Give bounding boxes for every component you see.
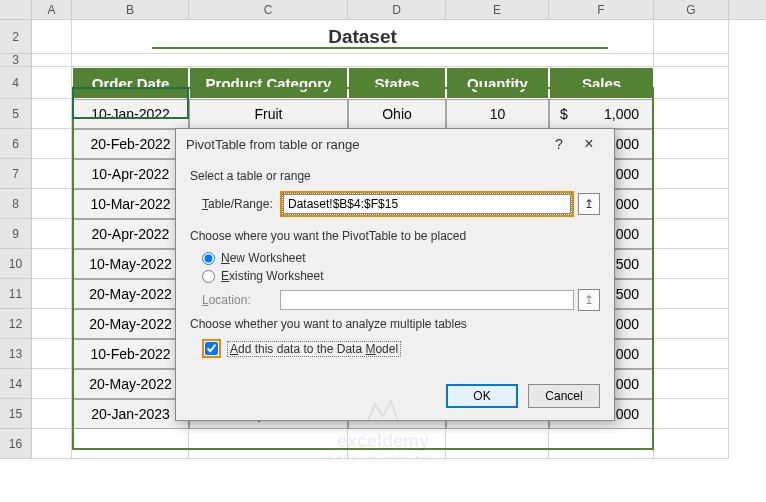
location-row: Location: ↥ — [202, 289, 600, 311]
row-3: 3 — [0, 54, 766, 67]
row-header-2[interactable]: 2 — [0, 20, 32, 54]
col-header-g[interactable]: G — [654, 0, 729, 19]
cell-sales[interactable]: $1,000 — [549, 99, 654, 129]
section-multiple-tables: Choose whether you want to analyze multi… — [190, 317, 600, 331]
cell-g2[interactable] — [654, 20, 729, 54]
data-model-checkbox[interactable] — [205, 342, 218, 355]
column-headers-row: A B C D E F G — [0, 0, 766, 20]
row-header[interactable]: 14 — [0, 369, 32, 399]
radio-new-worksheet[interactable] — [202, 252, 215, 265]
cell-order-date[interactable]: 20-Jan-2023 — [72, 399, 189, 429]
header-order-date[interactable]: Order Date — [72, 67, 189, 99]
cell-product-category[interactable]: Fruit — [189, 99, 348, 129]
col-header-e[interactable]: E — [446, 0, 549, 19]
checkbox-highlight — [202, 339, 221, 358]
title-cell[interactable]: Dataset — [72, 20, 654, 54]
cell-order-date[interactable]: 20-May-2022 — [72, 369, 189, 399]
dialog-title: PivotTable from table or range — [186, 137, 544, 152]
location-input — [280, 290, 574, 310]
col-header-d[interactable]: D — [348, 0, 446, 19]
cell-states[interactable]: Ohio — [348, 99, 446, 129]
cell-a2[interactable] — [32, 20, 72, 54]
collapse-icon: ↥ — [584, 197, 594, 211]
row-4: 4 Order Date Product Category States Qua… — [0, 67, 766, 99]
row-header[interactable]: 15 — [0, 399, 32, 429]
row-header[interactable]: 5 — [0, 99, 32, 129]
table-range-label: Table/Range: — [202, 197, 280, 211]
collapse-icon: ↥ — [584, 293, 594, 307]
cell-order-date[interactable]: 20-May-2022 — [72, 279, 189, 309]
header-product-category[interactable]: Product Category — [189, 67, 348, 99]
select-all-corner[interactable] — [0, 0, 32, 19]
cell-order-date[interactable]: 10-Jan-2022 — [72, 99, 189, 129]
row-header[interactable]: 11 — [0, 279, 32, 309]
cell-order-date[interactable]: 10-Feb-2022 — [72, 339, 189, 369]
pivottable-dialog: PivotTable from table or range ? × Selec… — [175, 128, 615, 421]
cell-order-date[interactable]: 10-May-2022 — [72, 249, 189, 279]
row-header-4[interactable]: 4 — [0, 67, 32, 99]
radio-new-worksheet-label[interactable]: New Worksheet — [221, 251, 305, 265]
row-header[interactable]: 12 — [0, 309, 32, 339]
location-collapse-button[interactable]: ↥ — [578, 289, 600, 311]
row-header[interactable]: 7 — [0, 159, 32, 189]
col-header-b[interactable]: B — [72, 0, 189, 19]
close-button[interactable]: × — [574, 135, 604, 153]
cancel-button[interactable]: Cancel — [528, 384, 600, 408]
page-title: Dataset — [328, 26, 397, 48]
dialog-body: Select a table or range Table/Range: ↥ C… — [176, 159, 614, 374]
dialog-buttons: OK Cancel — [176, 374, 614, 420]
table-range-input[interactable] — [283, 194, 571, 214]
radio-existing-worksheet-label[interactable]: Existing Worksheet — [221, 269, 324, 283]
cell-order-date[interactable]: 20-Feb-2022 — [72, 129, 189, 159]
table-row: 510-Jan-2022FruitOhio10$1,000 — [0, 99, 766, 129]
cell-quantity[interactable]: 10 — [446, 99, 549, 129]
col-header-c[interactable]: C — [189, 0, 348, 19]
col-header-f[interactable]: F — [549, 0, 654, 19]
cell-order-date[interactable]: 10-Mar-2022 — [72, 189, 189, 219]
dialog-titlebar[interactable]: PivotTable from table or range ? × — [176, 129, 614, 159]
data-model-label[interactable]: Add this data to the Data Model — [227, 341, 401, 357]
radio-new-worksheet-row: New Worksheet — [202, 251, 600, 265]
section-select-range: Select a table or range — [190, 169, 600, 183]
collapse-dialog-button[interactable]: ↥ — [578, 193, 600, 215]
radio-existing-worksheet-row: Existing Worksheet — [202, 269, 600, 283]
title-underline — [152, 47, 608, 49]
row-header-16[interactable]: 16 — [0, 429, 32, 459]
cell-order-date[interactable]: 10-Apr-2022 — [72, 159, 189, 189]
ok-button[interactable]: OK — [446, 384, 518, 408]
header-quantity[interactable]: Quantity — [446, 67, 549, 99]
cell-order-date[interactable]: 20-May-2022 — [72, 309, 189, 339]
row-header[interactable]: 8 — [0, 189, 32, 219]
row-header[interactable]: 6 — [0, 129, 32, 159]
cell-order-date[interactable]: 20-Apr-2022 — [72, 219, 189, 249]
row-16: 16 — [0, 429, 766, 459]
row-header[interactable]: 9 — [0, 219, 32, 249]
table-range-highlight — [280, 191, 574, 217]
help-button[interactable]: ? — [544, 136, 574, 152]
location-label: Location: — [202, 293, 280, 307]
row-header[interactable]: 13 — [0, 339, 32, 369]
header-states[interactable]: States — [348, 67, 446, 99]
radio-existing-worksheet[interactable] — [202, 270, 215, 283]
row-2: 2 Dataset — [0, 20, 766, 54]
data-model-row: Add this data to the Data Model — [202, 339, 600, 358]
row-header-3[interactable]: 3 — [0, 54, 32, 67]
col-header-a[interactable]: A — [32, 0, 72, 19]
section-placement: Choose where you want the PivotTable to … — [190, 229, 600, 243]
row-header[interactable]: 10 — [0, 249, 32, 279]
table-range-field: Table/Range: ↥ — [202, 191, 600, 217]
header-sales[interactable]: Sales — [549, 67, 654, 99]
